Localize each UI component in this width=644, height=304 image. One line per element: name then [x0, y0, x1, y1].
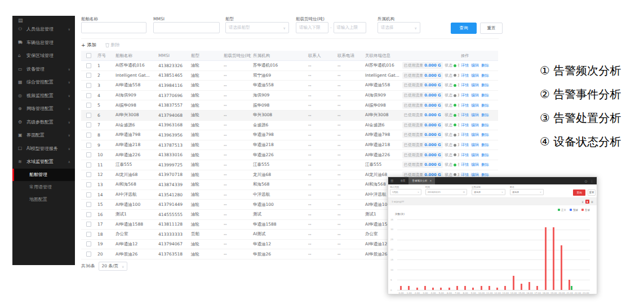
detail-link[interactable]: 详情: [461, 152, 469, 158]
delete-link[interactable]: 删除: [481, 152, 489, 158]
detail-link[interactable]: 详情: [461, 162, 469, 168]
sidebar-item-2[interactable]: ⌂安保区域管理: [12, 49, 75, 63]
detail-link[interactable]: 详情: [461, 112, 469, 118]
delete-link[interactable]: 删除: [481, 142, 489, 148]
row-checkbox[interactable]: [86, 63, 91, 68]
edit-link[interactable]: 编辑: [471, 82, 479, 88]
org-select[interactable]: 请选择 ∨: [377, 22, 420, 33]
row-checkbox[interactable]: [86, 162, 91, 168]
cell-mmsi: 413999725: [157, 162, 189, 168]
sidebar-subitem-2[interactable]: 地图配置: [12, 193, 75, 206]
x-tick-label: 11:00: [486, 292, 494, 294]
sidebar-item-1[interactable]: ⛟车辆信息管理: [12, 36, 75, 50]
row-checkbox[interactable]: [86, 212, 91, 217]
delete-button[interactable]: 删除: [105, 42, 120, 48]
mini-filter-input[interactable]: 请选择∨: [510, 189, 544, 195]
row-checkbox[interactable]: [86, 143, 91, 148]
detail-link[interactable]: 详情: [461, 73, 469, 78]
sidebar-item-4[interactable]: ▦综合管控配置∨: [12, 76, 75, 89]
hamburger-menu-icon[interactable]: ☰: [390, 179, 393, 183]
edit-link[interactable]: 编辑: [471, 103, 479, 108]
sidebar-item-9[interactable]: ☐AI模型管理服务∨: [12, 142, 75, 156]
mini-filter-input[interactable]: 1周内∨: [390, 189, 421, 195]
row-checkbox[interactable]: [86, 73, 91, 78]
row-checkbox[interactable]: [86, 232, 91, 237]
select-all-checkbox[interactable]: [86, 53, 91, 58]
mini-filter-input[interactable]: 请选择∨: [472, 189, 505, 195]
edit-link[interactable]: 编辑: [471, 122, 479, 128]
mini-tab-home[interactable]: 首页: [397, 177, 408, 184]
delete-link[interactable]: 删除: [481, 162, 489, 168]
edit-link[interactable]: 编辑: [471, 63, 479, 68]
page-size-select[interactable]: 20 条/页 ∨: [99, 262, 128, 271]
sidebar-item-8[interactable]: ▣界面配置∨: [12, 129, 75, 142]
row-checkbox[interactable]: [86, 113, 91, 118]
row-checkbox[interactable]: [86, 133, 91, 138]
row-checkbox[interactable]: [86, 222, 91, 227]
sidebar-subitem-1[interactable]: 常用语管理: [12, 181, 75, 193]
sidebar-item-6[interactable]: ⊕网络管理配置∨: [12, 102, 75, 116]
row-checkbox[interactable]: [86, 122, 91, 127]
edit-link[interactable]: 编辑: [471, 132, 479, 138]
delete-link[interactable]: 删除: [481, 92, 489, 98]
search-button[interactable]: 查询: [451, 23, 477, 34]
download-icon[interactable]: ⊻: [581, 200, 584, 204]
detail-link[interactable]: 详情: [461, 142, 469, 148]
mini-tab-active[interactable]: 告警频次分析 ×: [408, 177, 435, 184]
row-checkbox[interactable]: [86, 202, 91, 207]
ship-type-select[interactable]: 请选择船型 ∨: [225, 22, 289, 33]
delete-link[interactable]: 删除: [481, 132, 489, 138]
row-checkbox[interactable]: [86, 152, 91, 157]
detail-link[interactable]: 详情: [461, 103, 469, 108]
edit-link[interactable]: 编辑: [471, 162, 479, 168]
edit-link[interactable]: 编辑: [471, 152, 479, 158]
sidebar-item-7[interactable]: ⚙高级参数配置∨: [12, 116, 75, 129]
delete-link[interactable]: 删除: [481, 73, 489, 78]
sidebar-item-0[interactable]: ⚇人员信息管理∨: [12, 23, 75, 36]
row-checkbox[interactable]: [86, 182, 91, 187]
detail-link[interactable]: 详情: [461, 122, 469, 128]
cell-org: 华通油218: [251, 142, 307, 148]
sidebar-item-3[interactable]: ▭设备管理∨: [12, 63, 75, 76]
reset-button[interactable]: 重置: [480, 23, 503, 34]
data-usage-chip: 已使用流量 0.000 G: [402, 161, 443, 168]
mini-filter-input[interactable]: 2018/03/21⊟: [425, 189, 467, 195]
row-checkbox[interactable]: [86, 83, 91, 88]
edit-link[interactable]: 编辑: [471, 142, 479, 148]
detail-link[interactable]: 详情: [461, 132, 469, 138]
table-row: 3AI华通油558413984116油轮--华通油558----AI华通油558…: [81, 81, 498, 91]
row-checkbox[interactable]: [86, 192, 91, 197]
row-checkbox[interactable]: [86, 172, 91, 177]
row-checkbox[interactable]: [86, 252, 91, 257]
delete-link[interactable]: 删除: [481, 82, 489, 88]
edit-link[interactable]: 编辑: [471, 73, 479, 78]
sidebar-subitem-0[interactable]: 船舶管理: [12, 169, 75, 181]
row-checkbox[interactable]: [86, 103, 91, 108]
bar-chart-toggle-icon[interactable]: ▮: [585, 200, 589, 204]
ship-name-input[interactable]: [81, 22, 146, 33]
delete-link[interactable]: 删除: [481, 103, 489, 108]
delete-link[interactable]: 删除: [481, 112, 489, 118]
detail-link[interactable]: 详情: [461, 92, 469, 98]
tonnage-max-input[interactable]: 请输入上限: [334, 22, 366, 33]
row-checkbox[interactable]: [86, 93, 91, 98]
sidebar-item-10[interactable]: ≋水域监管配置∧: [12, 155, 75, 169]
detail-link[interactable]: 详情: [461, 82, 469, 88]
cell-tonnage: --: [222, 83, 251, 88]
add-button[interactable]: + 添加: [81, 42, 96, 48]
edit-link[interactable]: 编辑: [471, 92, 479, 98]
close-icon[interactable]: ×: [429, 179, 432, 182]
mmsi-input[interactable]: [153, 22, 220, 33]
edit-link[interactable]: 编辑: [471, 112, 479, 118]
row-checkbox[interactable]: [86, 241, 91, 246]
mini-reset-button[interactable]: 重置: [588, 190, 596, 196]
more-icon[interactable]: ⋮: [590, 179, 593, 183]
tonnage-min-input[interactable]: 请输入下限: [296, 22, 328, 33]
list-toggle-icon[interactable]: ≣: [591, 200, 593, 204]
sidebar-item-5[interactable]: ◎视频监控配置∨: [12, 89, 75, 103]
mini-search-button[interactable]: 查询: [573, 190, 585, 196]
detail-link[interactable]: 详情: [461, 63, 469, 68]
delete-link[interactable]: 删除: [481, 122, 489, 128]
refresh-icon[interactable]: ○: [585, 179, 587, 183]
delete-link[interactable]: 删除: [481, 63, 489, 68]
